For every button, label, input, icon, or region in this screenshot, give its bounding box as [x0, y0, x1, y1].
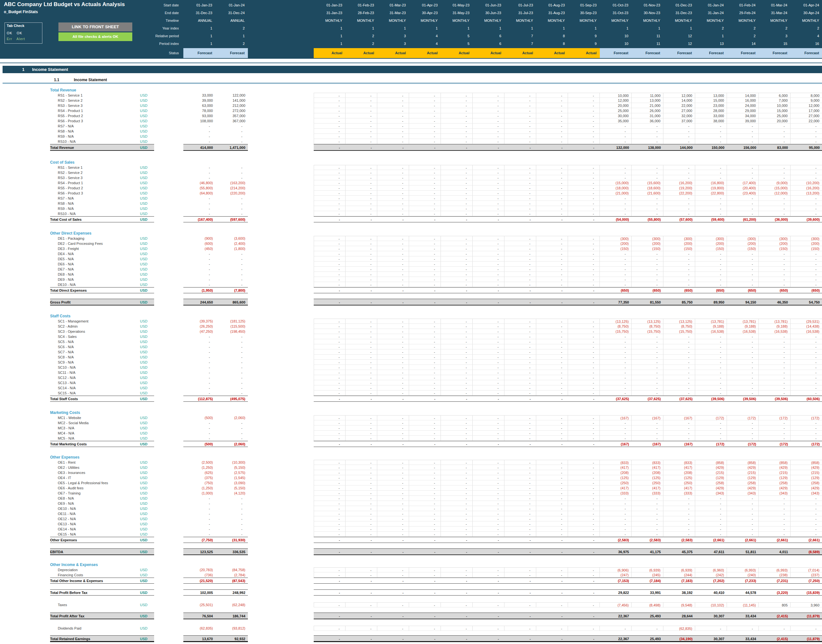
monthly-value-cell[interactable]: -: [409, 375, 441, 380]
annual-header-cell[interactable]: 01-Jan-23: [183, 1, 215, 9]
monthly-value-cell[interactable]: (125): [664, 475, 695, 480]
monthly-value-cell[interactable]: -: [473, 350, 504, 354]
monthly-value-cell[interactable]: -: [568, 251, 600, 256]
monthly-value-cell[interactable]: -: [409, 267, 441, 272]
monthly-value-cell[interactable]: -: [346, 537, 377, 543]
row-label-cell[interactable]: RS7 - N/A: [50, 124, 140, 129]
monthly-value-cell[interactable]: -: [377, 272, 409, 277]
monthly-value-cell[interactable]: -: [409, 287, 441, 293]
monthly-value-cell[interactable]: -: [568, 246, 600, 251]
monthly-value-cell[interactable]: (7,183): [664, 578, 695, 584]
monthly-value-cell[interactable]: (2,583): [664, 537, 695, 543]
monthly-value-cell[interactable]: -: [346, 635, 377, 642]
monthly-value-cell[interactable]: -: [504, 334, 536, 339]
monthly-value-cell[interactable]: -: [759, 496, 791, 501]
monthly-value-cell[interactable]: 51,811: [727, 548, 759, 555]
monthly-header-cell[interactable]: 01-Feb-23: [346, 1, 377, 9]
monthly-value-cell[interactable]: -: [536, 180, 568, 186]
monthly-value-cell[interactable]: -: [473, 118, 504, 124]
monthly-value-cell[interactable]: -: [664, 425, 695, 431]
monthly-value-cell[interactable]: -: [377, 589, 409, 595]
monthly-value-cell[interactable]: -: [791, 334, 822, 339]
annual-header-cell[interactable]: Forecast: [215, 48, 248, 58]
monthly-header-cell[interactable]: MONTHLY: [536, 17, 568, 25]
monthly-value-cell[interactable]: (242): [695, 572, 727, 578]
monthly-value-cell[interactable]: -: [695, 425, 727, 431]
monthly-value-cell[interactable]: -: [759, 370, 791, 375]
monthly-value-cell[interactable]: -: [727, 375, 759, 380]
monthly-value-cell[interactable]: -: [314, 165, 346, 170]
monthly-value-cell[interactable]: -: [409, 480, 441, 486]
monthly-value-cell[interactable]: -: [536, 344, 568, 350]
monthly-value-cell[interactable]: -: [377, 491, 409, 496]
monthly-value-cell[interactable]: 22,367: [600, 613, 631, 619]
annual-value-cell[interactable]: (495,075): [215, 396, 248, 402]
monthly-value-cell[interactable]: (429): [695, 486, 727, 491]
monthly-value-cell[interactable]: -: [377, 486, 409, 491]
monthly-value-cell[interactable]: -: [409, 548, 441, 555]
annual-value-cell[interactable]: (214,200): [215, 186, 248, 191]
monthly-value-cell[interactable]: -: [727, 436, 759, 441]
monthly-value-cell[interactable]: -: [377, 282, 409, 287]
monthly-value-cell[interactable]: -: [377, 365, 409, 370]
currency-cell[interactable]: USD: [140, 262, 154, 267]
monthly-value-cell[interactable]: -: [409, 506, 441, 511]
monthly-value-cell[interactable]: (650): [600, 287, 631, 293]
monthly-value-cell[interactable]: -: [600, 267, 631, 272]
monthly-value-cell[interactable]: -: [314, 339, 346, 344]
monthly-value-cell[interactable]: -: [409, 329, 441, 334]
monthly-value-cell[interactable]: -: [377, 299, 409, 305]
currency-cell[interactable]: USD: [140, 380, 154, 385]
monthly-value-cell[interactable]: -: [377, 415, 409, 420]
monthly-value-cell[interactable]: -: [664, 532, 695, 537]
monthly-value-cell[interactable]: (429): [791, 465, 822, 470]
monthly-value-cell[interactable]: -: [314, 287, 346, 293]
annual-value-cell[interactable]: 93,000: [183, 113, 215, 118]
monthly-value-cell[interactable]: -: [314, 460, 346, 465]
currency-cell[interactable]: USD: [140, 339, 154, 344]
monthly-value-cell[interactable]: -: [441, 578, 473, 584]
monthly-value-cell[interactable]: -: [346, 339, 377, 344]
monthly-value-cell[interactable]: -: [409, 475, 441, 480]
monthly-value-cell[interactable]: -: [377, 501, 409, 506]
monthly-value-cell[interactable]: (21,000): [600, 191, 631, 196]
monthly-value-cell[interactable]: -: [759, 201, 791, 206]
monthly-value-cell[interactable]: -: [409, 191, 441, 196]
monthly-value-cell[interactable]: -: [536, 370, 568, 375]
monthly-value-cell[interactable]: -: [568, 436, 600, 441]
monthly-value-cell[interactable]: 30,307: [695, 613, 727, 619]
monthly-value-cell[interactable]: -: [631, 350, 664, 354]
monthly-value-cell[interactable]: -: [504, 329, 536, 334]
row-label-cell[interactable]: DE9 - N/A: [50, 277, 140, 282]
monthly-value-cell[interactable]: -: [441, 191, 473, 196]
currency-cell[interactable]: USD: [140, 201, 154, 206]
currency-cell[interactable]: USD: [140, 272, 154, 277]
row-label-cell[interactable]: Total Cost of Sales: [50, 216, 140, 222]
monthly-value-cell[interactable]: -: [377, 602, 409, 607]
monthly-value-cell[interactable]: -: [314, 236, 346, 241]
monthly-header-cell[interactable]: 01-Dec-23: [664, 1, 695, 9]
monthly-value-cell[interactable]: (16,538): [759, 329, 791, 334]
monthly-header-cell[interactable]: 1: [473, 25, 504, 32]
annual-value-cell[interactable]: 39,000: [183, 98, 215, 103]
annual-value-cell[interactable]: -: [215, 431, 248, 436]
monthly-value-cell[interactable]: -: [536, 129, 568, 134]
monthly-value-cell[interactable]: (7,202): [695, 578, 727, 584]
monthly-value-cell[interactable]: -: [600, 496, 631, 501]
monthly-value-cell[interactable]: -: [536, 211, 568, 216]
annual-value-cell[interactable]: (181,125): [215, 319, 248, 324]
monthly-value-cell[interactable]: -: [568, 267, 600, 272]
annual-value-cell[interactable]: -: [215, 370, 248, 375]
monthly-value-cell[interactable]: (11,879): [791, 635, 822, 642]
currency-cell[interactable]: USD: [140, 613, 154, 619]
currency-cell[interactable]: USD: [140, 170, 154, 175]
annual-value-cell[interactable]: (62,835): [183, 626, 215, 631]
monthly-value-cell[interactable]: -: [504, 139, 536, 144]
monthly-value-cell[interactable]: (343): [727, 491, 759, 496]
monthly-value-cell[interactable]: -: [409, 486, 441, 491]
monthly-value-cell[interactable]: -: [377, 103, 409, 108]
monthly-value-cell[interactable]: -: [759, 282, 791, 287]
annual-value-cell[interactable]: -: [215, 282, 248, 287]
monthly-value-cell[interactable]: -: [441, 589, 473, 595]
monthly-value-cell[interactable]: -: [727, 206, 759, 211]
